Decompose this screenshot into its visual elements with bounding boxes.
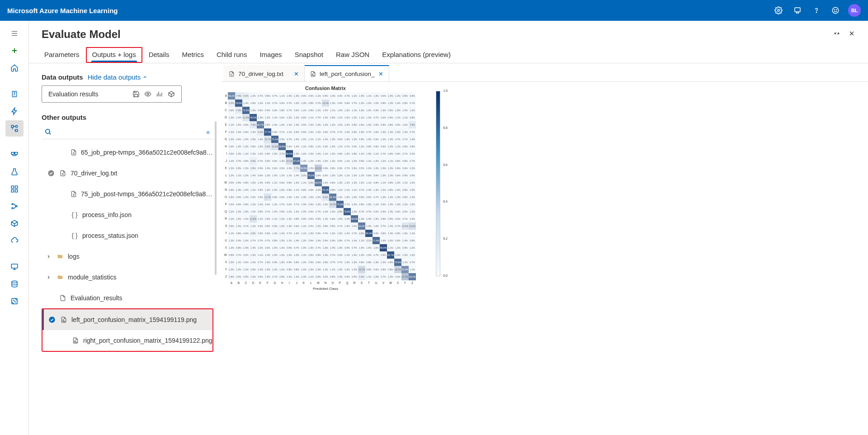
tab-snapshot[interactable]: Snapshot <box>288 47 330 63</box>
svg-rect-19 <box>11 264 18 268</box>
tree-toolbar: « <box>42 125 213 139</box>
endpoints-icon[interactable] <box>5 215 24 232</box>
topbar-actions: BL <box>772 4 861 17</box>
datastores-icon[interactable] <box>5 276 24 292</box>
svg-rect-7 <box>11 125 14 128</box>
page-title: Evaluate Model <box>42 28 121 41</box>
add-icon[interactable] <box>5 43 24 59</box>
svg-point-22 <box>147 93 149 95</box>
file-tab-driver-log[interactable]: 70_driver_log.txt ✕ <box>223 65 305 81</box>
tree-item-driver-log[interactable]: 70_driver_log.txt <box>42 163 213 184</box>
evaluation-results-card[interactable]: Evaluation results <box>42 85 182 103</box>
tree-item-right-confusion[interactable]: right_port_confusion_matrix_1594199122.p… <box>42 330 212 351</box>
svg-point-20 <box>12 281 17 283</box>
file-viewer-panel: 70_driver_log.txt ✕ left_port_confusion_… <box>218 63 868 435</box>
chart-xlabel: Predicted Class <box>222 287 429 291</box>
svg-point-5 <box>836 9 837 10</box>
close-icon[interactable] <box>848 30 855 37</box>
close-tab-icon[interactable]: ✕ <box>378 71 383 77</box>
app-title: Microsoft Azure Machine Learning <box>7 7 118 14</box>
models-icon[interactable] <box>5 198 24 214</box>
help-icon[interactable] <box>810 4 823 17</box>
histogram-icon[interactable] <box>156 90 163 98</box>
tab-details[interactable]: Details <box>142 47 176 63</box>
svg-point-28 <box>312 74 313 75</box>
labeling-icon[interactable] <box>5 293 24 309</box>
panel-splitter[interactable] <box>213 63 218 435</box>
tab-parameters[interactable]: Parameters <box>38 47 86 63</box>
image-file-icon <box>71 337 80 344</box>
avatar[interactable]: BL <box>848 4 861 17</box>
folder-icon <box>56 274 64 280</box>
annotation-highlight-box: left_port_confusion_matrix_1594199119.pn… <box>42 308 213 352</box>
datasets-icon[interactable] <box>5 147 24 163</box>
automl-icon[interactable] <box>5 103 24 119</box>
tree-item-job-post[interactable]: 75_job_post-tvmps_366a5021c2e008efc9a8ef… <box>42 184 213 204</box>
designer-icon[interactable] <box>5 120 24 137</box>
experiments-icon[interactable] <box>5 164 24 180</box>
feedback-icon[interactable] <box>791 4 804 17</box>
svg-rect-10 <box>11 152 14 155</box>
environments-icon[interactable] <box>5 232 24 249</box>
preview-icon[interactable] <box>144 90 151 98</box>
json-icon: { } <box>71 211 79 218</box>
svg-point-17 <box>12 208 13 209</box>
tab-outputs-logs[interactable]: Outputs + logs <box>86 47 142 63</box>
collapse-icon[interactable] <box>834 30 840 37</box>
tree-item-process-info[interactable]: { } process_info.json <box>42 204 213 225</box>
tab-metrics[interactable]: Metrics <box>176 47 210 63</box>
svg-point-4 <box>834 9 835 10</box>
chevron-right-icon <box>46 275 52 280</box>
chart-title: Confusion Matrix <box>222 85 429 91</box>
svg-point-3 <box>832 7 839 14</box>
confusion-matrix: Confusion Matrix Actual Class A56.3%7.4%… <box>222 85 429 291</box>
data-outputs-label: Data outputs <box>42 73 83 81</box>
hamburger-icon[interactable] <box>5 25 24 42</box>
outputs-panel: Data outputs Hide data outputs Evaluatio… <box>29 63 213 435</box>
tab-child-runs[interactable]: Child runs <box>210 47 254 63</box>
tab-images[interactable]: Images <box>253 47 288 63</box>
tab-raw-json[interactable]: Raw JSON <box>330 47 376 63</box>
colorbar-ticks: 1.0 0.8 0.6 0.4 0.2 0.0 <box>443 89 448 277</box>
file-viewer: Confusion Matrix Actual Class A56.3%7.4%… <box>222 82 868 435</box>
page-header: Evaluate Model <box>29 21 868 41</box>
svg-point-26 <box>63 320 64 321</box>
svg-rect-13 <box>15 186 17 188</box>
tree-item-job-prep[interactable]: 65_job_prep-tvmps_366a5021c2e008efc9a8ef… <box>42 142 213 163</box>
topbar: Microsoft Azure Machine Learning BL <box>0 0 868 21</box>
svg-point-9 <box>15 125 18 128</box>
svg-point-16 <box>12 203 13 205</box>
notebooks-icon[interactable] <box>5 86 24 102</box>
file-tree: 65_job_prep-tvmps_366a5021c2e008efc9a8ef… <box>42 142 213 435</box>
json-icon: { } <box>71 232 79 239</box>
file-outline-icon <box>59 294 67 302</box>
search-icon[interactable] <box>42 128 52 136</box>
svg-point-23 <box>46 129 50 133</box>
close-tab-icon[interactable]: ✕ <box>294 71 299 77</box>
file-icon <box>70 190 78 198</box>
other-outputs-label: Other outputs <box>42 113 213 121</box>
pipelines-icon[interactable] <box>5 181 24 197</box>
svg-rect-12 <box>11 186 14 188</box>
collapse-tree-icon[interactable]: « <box>206 128 210 136</box>
tab-explanations[interactable]: Explanations (preview) <box>376 47 457 63</box>
nav-rail <box>0 21 29 435</box>
save-icon[interactable] <box>132 90 140 98</box>
header-actions <box>834 28 855 37</box>
file-icon <box>70 149 77 156</box>
gear-icon[interactable] <box>772 4 785 17</box>
tree-folder-module-stats[interactable]: module_statistics <box>42 267 213 288</box>
home-icon[interactable] <box>5 60 24 76</box>
svg-point-0 <box>778 9 780 12</box>
colorbar <box>436 91 440 276</box>
tree-item-left-confusion[interactable]: left_port_confusion_matrix_1594199119.pn… <box>42 309 212 330</box>
tree-item-process-status[interactable]: { } process_status.json <box>42 225 213 246</box>
cube-icon[interactable] <box>168 90 175 98</box>
image-file-icon <box>310 71 316 77</box>
smile-icon[interactable] <box>829 4 842 17</box>
compute-icon[interactable] <box>5 259 24 275</box>
file-tab-confusion[interactable]: left_port_confusion_ ✕ <box>305 65 389 81</box>
hide-data-outputs-link[interactable]: Hide data outputs <box>88 73 148 81</box>
tree-item-eval-results[interactable]: Evaluation_results <box>42 288 213 308</box>
tree-folder-logs[interactable]: logs <box>42 246 213 267</box>
